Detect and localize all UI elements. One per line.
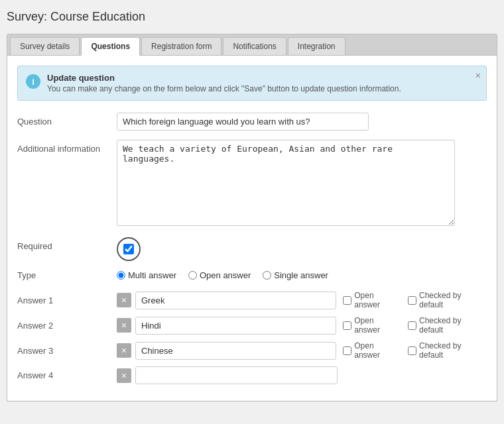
additional-info-wrap [117,140,487,228]
question-label: Question [17,113,117,127]
answer-4-label: Answer 4 [17,370,117,380]
answer-2-checked-label[interactable]: Checked by default [408,316,487,335]
type-option-multi-label: Multi answer [128,270,176,280]
answer-3-open-checkbox[interactable] [343,346,351,355]
required-label: Required [17,237,117,251]
tab-survey-details[interactable]: Survey details [10,37,80,55]
alert-content: Update question You can make any change … [47,73,401,93]
type-row: Type Multi answer Open answer Single ans… [17,270,487,280]
answer-1-checked-text: Checked by default [419,291,487,309]
answer-2-checked-text: Checked by default [419,316,487,335]
type-radio-open[interactable] [188,271,197,280]
required-checkbox-wrap [117,237,487,261]
answer-1-row: Answer 1 × Open answer Checked by defaul… [17,291,487,309]
answer-3-checked-text: Checked by default [419,341,487,360]
answer-1-input[interactable] [135,292,336,309]
additional-info-label: Additional information [17,140,117,154]
type-option-open-label: Open answer [200,270,251,280]
answer-2-row: Answer 2 × Open answer Checked by defaul… [17,316,487,335]
answer-3-open-label[interactable]: Open answer [343,341,401,360]
answer-2-input[interactable] [135,317,336,335]
tab-notifications[interactable]: Notifications [223,37,286,55]
answer-2-label: Answer 2 [17,321,117,331]
type-options: Multi answer Open answer Single answer [117,270,328,280]
question-input-wrap [117,113,487,131]
required-checkbox-circle[interactable] [117,237,141,261]
question-row: Question [17,113,487,131]
type-option-single[interactable]: Single answer [263,270,328,280]
answer-1-options: Open answer Checked by default [343,291,487,309]
answer-2-checked-checkbox[interactable] [408,321,416,330]
answer-1-open-text: Open answer [354,291,401,309]
required-checkbox[interactable] [123,244,134,254]
answer-2-open-text: Open answer [354,316,401,335]
answer-2-remove-button[interactable]: × [117,318,131,333]
type-option-multi[interactable]: Multi answer [117,270,176,280]
answer-1-remove-button[interactable]: × [117,293,131,307]
page-title: Survey: Course Education [7,7,497,27]
answer-4-remove-button[interactable]: × [117,368,131,383]
answer-3-checked-checkbox[interactable] [408,346,416,355]
answer-4-input[interactable] [135,366,338,384]
answer-1-checked-label[interactable]: Checked by default [408,291,487,309]
answer-1-open-label[interactable]: Open answer [343,291,401,309]
type-option-open[interactable]: Open answer [188,270,251,280]
answer-2-options: Open answer Checked by default [343,316,487,335]
info-icon: i [26,74,40,89]
content-area: i Update question You can make any chang… [7,56,497,401]
required-row: Required [17,237,487,261]
alert-title: Update question [47,73,401,83]
tab-questions[interactable]: Questions [81,37,140,56]
tab-registration-form[interactable]: Registration form [141,37,221,55]
answer-3-input[interactable] [135,342,336,360]
answer-3-label: Answer 3 [17,346,117,356]
answer-3-remove-button[interactable]: × [117,343,131,358]
tabs-bar: Survey details Questions Registration fo… [7,34,497,56]
additional-info-input[interactable] [117,140,455,226]
type-radio-multi[interactable] [117,271,125,280]
type-label: Type [17,270,117,280]
answer-3-open-text: Open answer [354,341,401,360]
tab-integration[interactable]: Integration [288,37,346,55]
answer-1-open-checkbox[interactable] [343,296,351,305]
answer-4-row: Answer 4 × [17,366,487,384]
type-option-single-label: Single answer [274,270,328,280]
alert-box: i Update question You can make any chang… [17,66,487,101]
answer-2-open-label[interactable]: Open answer [343,316,401,335]
alert-close-button[interactable]: × [475,70,481,81]
answer-3-options: Open answer Checked by default [343,341,487,360]
alert-body: You can make any change on the form belo… [47,84,401,93]
additional-info-row: Additional information [17,140,487,228]
answer-2-open-checkbox[interactable] [343,321,351,330]
type-radio-single[interactable] [263,271,271,280]
answer-1-label: Answer 1 [17,295,117,305]
answer-3-checked-label[interactable]: Checked by default [408,341,487,360]
answer-1-checked-checkbox[interactable] [408,296,416,305]
answer-3-row: Answer 3 × Open answer Checked by defaul… [17,341,487,360]
question-input[interactable] [117,113,369,131]
